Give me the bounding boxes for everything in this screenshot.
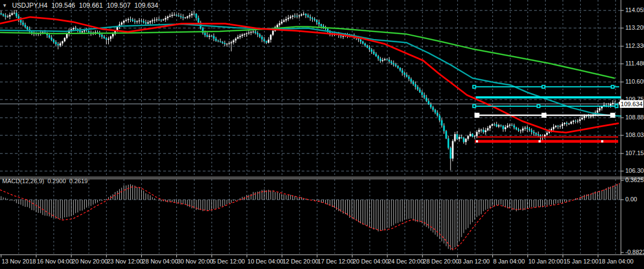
time-axis-label: 20 Dec 04:00 xyxy=(353,258,388,265)
hline-red-thick-handle[interactable] xyxy=(476,140,478,142)
price-axis-label: 0.00 xyxy=(625,196,637,202)
price-axis-label: 114.055 xyxy=(625,7,644,13)
time-axis-label: 10 Jan 20:00 xyxy=(529,258,564,265)
time-axis-label: 13 Nov 2018 xyxy=(2,258,36,265)
low-value: 109.507 xyxy=(107,2,130,9)
hline-red-thick-handle[interactable] xyxy=(601,140,603,142)
price-axis-label: 110.605 xyxy=(625,78,644,85)
time-axis-label: 17 Dec 12:00 xyxy=(318,258,353,265)
time-axis-label: 5 Dec 12:00 xyxy=(212,258,245,265)
price-axis-label: -0.8823 xyxy=(625,249,644,255)
time-axis-label: 15 Jan 12:00 xyxy=(563,258,598,265)
time-axis-label: 28 Dec 20:00 xyxy=(423,258,459,265)
hline-white-handle[interactable] xyxy=(475,113,480,118)
ohlc-header: ▼ USDJPY,H4 109.546 109.661 109.507 109.… xyxy=(2,2,158,9)
time-axis-label: 16 Nov 04:00 xyxy=(37,258,73,265)
macd-main-value: 0.2900 xyxy=(47,178,66,184)
price-axis-label: 107.155 xyxy=(625,150,644,156)
macd-signal-value: 0.2619 xyxy=(69,178,88,184)
price-axis-label: 108.030 xyxy=(625,131,644,138)
price-axis-label: 113.205 xyxy=(625,24,644,31)
time-axis-label: 8 Jan 04:00 xyxy=(493,258,525,265)
current-price-marker: 109.634 xyxy=(620,100,643,108)
price-axis-label: 111.480 xyxy=(625,60,644,67)
time-axis-label: 10 Dec 04:00 xyxy=(247,258,283,265)
hline-red-thick-handle[interactable] xyxy=(538,140,541,142)
price-axis-label: 112.330 xyxy=(625,42,644,49)
time-axis-label: 3 Jan 12:00 xyxy=(458,258,490,265)
time-axis-label: 28 Nov 04:00 xyxy=(142,258,178,265)
time-axis-label: 20 Nov 20:00 xyxy=(72,258,108,265)
time-axis-label: 30 Nov 20:00 xyxy=(177,258,213,265)
close-value: 109.634 xyxy=(135,2,158,9)
chart-canvas[interactable] xyxy=(0,0,644,269)
symbol-period-label: USDJPY,H4 xyxy=(12,2,47,9)
time-axis-label: 18 Jan 04:00 xyxy=(598,258,634,265)
price-axis-label: 0.3625 xyxy=(625,177,644,183)
time-axis-label: 12 Dec 20:00 xyxy=(282,258,318,265)
macd-name: MACD(12,26,9) xyxy=(2,178,44,184)
macd-indicator-label: MACD(12,26,9) 0.2900 0.2619 xyxy=(2,178,88,184)
open-value: 109.546 xyxy=(51,2,75,9)
high-value: 109.661 xyxy=(79,2,103,9)
hline-white-handle[interactable] xyxy=(610,113,615,118)
time-axis-label: 24 Dec 20:00 xyxy=(388,258,424,265)
symbol-dropdown-icon[interactable]: ▼ xyxy=(2,3,7,8)
hline-white-handle[interactable] xyxy=(542,113,547,118)
price-axis-label: 106.305 xyxy=(625,167,644,174)
mt4-chart-window[interactable]: ▼ USDJPY,H4 109.546 109.661 109.507 109.… xyxy=(0,0,644,269)
time-axis-label: 23 Nov 12:00 xyxy=(107,258,143,265)
price-axis-label: 108.880 xyxy=(625,114,644,120)
